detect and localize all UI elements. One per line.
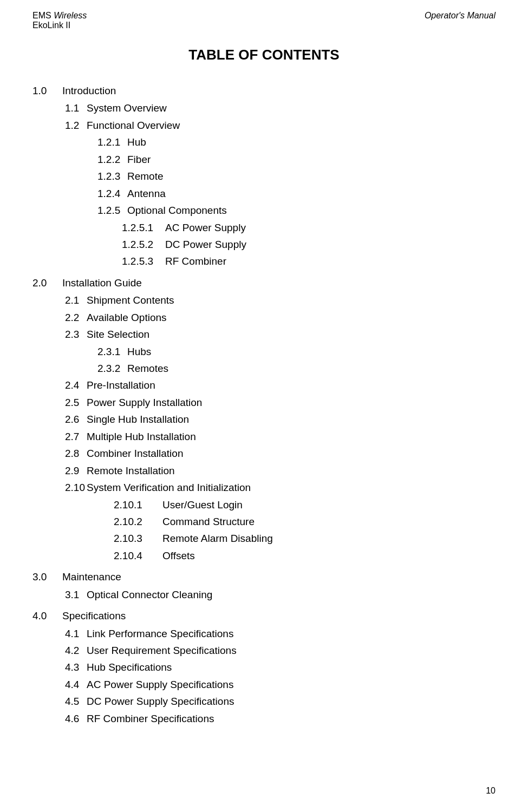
toc-item-2: 2.0Installation Guide (32, 275, 496, 291)
toc-item-1-1: 1.1System Overview (32, 100, 496, 116)
toc-item-2-10-3: 2.10.3Remote Alarm Disabling (32, 531, 496, 546)
toc-item-2-6: 2.6Single Hub Installation (32, 411, 496, 427)
toc-label-4-2: User Requirement Specifications (87, 645, 237, 656)
toc-label-1-2-5-1: AC Power Supply (165, 222, 246, 233)
toc-label-2-2: Available Options (87, 312, 167, 323)
toc-label-2-3-2: Remotes (127, 363, 168, 374)
toc-num-2-9: 2.9 (65, 463, 87, 479)
toc-item-2-10-2: 2.10.2Command Structure (32, 514, 496, 529)
toc-item-1-2-5-3: 1.2.5.3RF Combiner (32, 253, 496, 269)
toc-num-2-10-1: 2.10.1 (114, 497, 162, 513)
toc-label-1-2-5: Optional Components (127, 205, 227, 216)
toc-num-4-1: 4.1 (65, 626, 87, 641)
toc-item-4-6: 4.6RF Combiner Specifications (32, 711, 496, 726)
toc-num-1-2-2: 1.2.2 (97, 152, 127, 167)
toc-num-1-2-1: 1.2.1 (97, 134, 127, 150)
toc-num-4-5: 4.5 (65, 693, 87, 709)
toc-item-2-2: 2.2Available Options (32, 310, 496, 325)
toc-num-2-2: 2.2 (65, 310, 87, 325)
toc-item-2-7: 2.7Multiple Hub Installation (32, 429, 496, 444)
toc-label-4-6: RF Combiner Specifications (87, 713, 214, 724)
toc-label-2-4: Pre-Installation (87, 379, 155, 391)
toc-item-2-10: 2.10System Verification and Initializati… (32, 480, 496, 495)
table-of-contents: 1.0Introduction 1.1System Overview 1.2Fu… (32, 83, 496, 726)
toc-label-2-7: Multiple Hub Installation (87, 431, 196, 442)
toc-num-2-4: 2.4 (65, 377, 87, 393)
toc-num-1-2-4: 1.2.4 (97, 186, 127, 201)
toc-label-2-6: Single Hub Installation (87, 414, 189, 425)
page-header: EMS Wireless EkoLink II Operator's Manua… (32, 11, 496, 30)
toc-num-2-10-3: 2.10.3 (114, 531, 162, 546)
toc-item-4-5: 4.5DC Power Supply Specifications (32, 693, 496, 709)
toc-item-1-2-3: 1.2.3Remote (32, 168, 496, 184)
toc-label-2-9: Remote Installation (87, 465, 175, 476)
toc-num-1-2-5: 1.2.5 (97, 202, 127, 218)
toc-item-2-9: 2.9Remote Installation (32, 463, 496, 479)
toc-item-4-3: 4.3Hub Specifications (32, 659, 496, 675)
toc-item-2-3-2: 2.3.2Remotes (32, 361, 496, 376)
toc-label-2-1: Shipment Contents (87, 294, 174, 306)
toc-num-2-10: 2.10 (65, 480, 87, 495)
toc-num-3-1: 3.1 (65, 587, 87, 603)
toc-item-2-8: 2.8Combiner Installation (32, 446, 496, 461)
toc-item-3-1: 3.1Optical Connector Cleaning (32, 587, 496, 603)
toc-label-2-8: Combiner Installation (87, 448, 183, 459)
toc-label-1-1: System Overview (87, 102, 167, 114)
toc-label-3: Maintenance (62, 571, 121, 582)
toc-label-2-10: System Verification and Initialization (87, 482, 251, 493)
toc-label-1-2-4: Antenna (127, 188, 166, 199)
toc-num-2-8: 2.8 (65, 446, 87, 461)
toc-item-1-2-5-1: 1.2.5.1AC Power Supply (32, 220, 496, 235)
toc-label-4: Specifications (62, 610, 126, 621)
toc-label-2: Installation Guide (62, 277, 142, 289)
toc-num-2-3-2: 2.3.2 (97, 361, 127, 376)
toc-num-2-7: 2.7 (65, 429, 87, 444)
toc-num-1-2-3: 1.2.3 (97, 168, 127, 184)
toc-num-1-2-5-2: 1.2.5.2 (122, 237, 165, 252)
toc-item-2-1: 2.1Shipment Contents (32, 292, 496, 308)
toc-num-4-6: 4.6 (65, 711, 87, 726)
page-container: EMS Wireless EkoLink II Operator's Manua… (0, 0, 528, 812)
toc-label-1-2-2: Fiber (127, 154, 151, 165)
toc-item-2-3-1: 2.3.1Hubs (32, 344, 496, 359)
toc-item-1-2-5: 1.2.5Optional Components (32, 202, 496, 218)
toc-label-2-10-4: Offsets (162, 550, 195, 561)
toc-label-1-2-1: Hub (127, 136, 146, 148)
toc-label-4-4: AC Power Supply Specifications (87, 679, 233, 690)
toc-label-4-1: Link Performance Specifications (87, 628, 233, 639)
toc-label-1-2-5-3: RF Combiner (165, 256, 226, 267)
toc-item-4: 4.0Specifications (32, 608, 496, 624)
toc-label-2-10-3: Remote Alarm Disabling (162, 533, 273, 544)
toc-item-1-2-2: 1.2.2Fiber (32, 152, 496, 167)
toc-num-4-2: 4.2 (65, 643, 87, 658)
toc-item-2-4: 2.4Pre-Installation (32, 377, 496, 393)
toc-label-2-10-2: Command Structure (162, 516, 255, 527)
toc-item-1-2: 1.2Functional Overview (32, 117, 496, 133)
company-name: EMS Wireless (32, 11, 87, 21)
toc-num-2-1: 2.1 (65, 292, 87, 308)
toc-item-1-2-1: 1.2.1Hub (32, 134, 496, 150)
toc-item-1: 1.0Introduction (32, 83, 496, 99)
page-number: 10 (486, 786, 496, 796)
toc-num-1: 1.0 (32, 83, 62, 99)
toc-item-1-2-5-2: 1.2.5.2DC Power Supply (32, 237, 496, 252)
toc-item-2-5: 2.5Power Supply Installation (32, 395, 496, 410)
toc-item-1-2-4: 1.2.4Antenna (32, 186, 496, 201)
toc-num-4: 4.0 (32, 608, 62, 624)
toc-item-2-10-1: 2.10.1User/Guest Login (32, 497, 496, 513)
toc-num-4-3: 4.3 (65, 659, 87, 675)
toc-item-2-3: 2.3Site Selection (32, 326, 496, 342)
toc-num-2-6: 2.6 (65, 411, 87, 427)
toc-item-2-10-4: 2.10.4Offsets (32, 548, 496, 564)
toc-label-1-2-5-2: DC Power Supply (165, 239, 246, 250)
header-left: EMS Wireless EkoLink II (32, 11, 87, 30)
toc-label-2-3-1: Hubs (127, 346, 151, 357)
toc-label-1-2: Functional Overview (87, 120, 180, 131)
toc-num-2-3-1: 2.3.1 (97, 344, 127, 359)
toc-num-1-2-5-3: 1.2.5.3 (122, 253, 165, 269)
toc-label-2-10-1: User/Guest Login (162, 499, 243, 510)
toc-label-1-2-3: Remote (127, 171, 164, 182)
toc-num-3: 3.0 (32, 569, 62, 585)
toc-item-4-4: 4.4AC Power Supply Specifications (32, 677, 496, 692)
toc-num-2: 2.0 (32, 275, 62, 291)
